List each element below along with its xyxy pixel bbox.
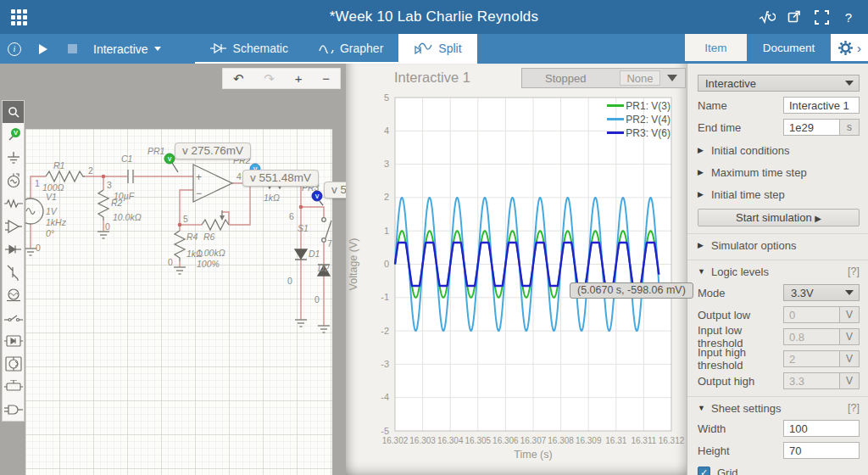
input-high-threshold-row: Input high threshold V bbox=[698, 350, 860, 367]
svg-text:100%: 100% bbox=[197, 259, 220, 269]
svg-text:0: 0 bbox=[287, 276, 292, 286]
help-link[interactable]: [?] bbox=[848, 402, 860, 414]
legend-line-icon bbox=[607, 104, 624, 107]
y-axis-label: Voltage (V) bbox=[348, 238, 359, 291]
sheet-height-field[interactable] bbox=[783, 442, 860, 459]
fullscreen-icon[interactable] bbox=[810, 6, 832, 28]
interactive-type-select[interactable]: Interactive bbox=[698, 75, 860, 92]
help-button[interactable]: ? bbox=[837, 6, 860, 28]
section-simulator-options[interactable]: ▶ Simulator options bbox=[698, 238, 860, 253]
tab-split[interactable]: Split bbox=[398, 34, 476, 62]
x-tick-label: 16.309 bbox=[576, 436, 602, 445]
section-initial-time-step[interactable]: ▶ Initial time step bbox=[698, 187, 860, 202]
section-initial-conditions[interactable]: ▶ Initial conditions bbox=[698, 142, 860, 158]
waveform-plot[interactable]: 16.30216.30316.30416.30516.30616.30716.3… bbox=[346, 89, 687, 472]
resistor-icon bbox=[4, 198, 23, 209]
section-sheet-settings[interactable]: ▼ Sheet settings [?] bbox=[698, 400, 860, 416]
grid-label: Grid bbox=[717, 467, 738, 475]
resistor-R4 bbox=[175, 231, 185, 261]
divider bbox=[687, 396, 868, 397]
component-search-button[interactable] bbox=[3, 101, 24, 123]
tool-power-source[interactable] bbox=[3, 169, 24, 192]
mode-row: Mode 3.3V bbox=[698, 284, 860, 301]
tool-switch[interactable] bbox=[3, 306, 24, 329]
tool-logic-gate[interactable] bbox=[3, 398, 24, 421]
settings-button[interactable]: › bbox=[831, 34, 868, 61]
chevron-down-icon[interactable] bbox=[667, 75, 677, 81]
transistor-icon bbox=[6, 264, 21, 281]
zoom-in-button[interactable]: + bbox=[295, 72, 303, 85]
tool-opamp[interactable] bbox=[3, 215, 24, 238]
mode-select[interactable]: 3.3V bbox=[783, 284, 860, 301]
tool-diode[interactable] bbox=[3, 238, 24, 260]
name-field[interactable] bbox=[783, 97, 860, 114]
graph-title: Interactive 1 bbox=[394, 70, 470, 86]
zoom-out-button[interactable]: − bbox=[322, 72, 330, 85]
tool-ground[interactable] bbox=[3, 146, 24, 169]
svg-text:V1: V1 bbox=[46, 192, 57, 202]
svg-text:1V: 1V bbox=[46, 206, 58, 216]
app-menu-button[interactable] bbox=[0, 0, 37, 34]
svg-text:V: V bbox=[315, 193, 320, 199]
sheet-height-row: Height bbox=[698, 442, 860, 459]
x-tick-label: 16.312 bbox=[659, 436, 685, 445]
grapher-tab-icon bbox=[319, 43, 334, 53]
svg-text:5: 5 bbox=[183, 214, 188, 224]
tool-resistor[interactable] bbox=[3, 192, 24, 215]
grid-checkbox[interactable]: ✓ bbox=[698, 467, 710, 475]
play-icon bbox=[39, 44, 47, 54]
tab-schematic[interactable]: Schematic bbox=[195, 34, 303, 62]
grid-checkbox-row: ✓ Grid bbox=[698, 466, 860, 475]
x-tick-label: 16.302 bbox=[382, 436, 409, 445]
signal-select[interactable]: None bbox=[620, 70, 660, 86]
svg-text:1.00kΩ: 1.00kΩ bbox=[197, 248, 225, 258]
svg-text:1: 1 bbox=[35, 178, 40, 188]
probe-value-PR1[interactable]: v 275.76mV bbox=[175, 142, 251, 159]
simulation-type-select[interactable]: Interactive bbox=[86, 42, 173, 56]
sheet-width-field[interactable] bbox=[783, 420, 860, 437]
svg-text:R1: R1 bbox=[53, 160, 64, 170]
tool-rectifier[interactable] bbox=[3, 329, 24, 352]
probe-value-PR3[interactable]: v 5 bbox=[324, 182, 346, 198]
svg-text:C1: C1 bbox=[121, 154, 132, 164]
x-tick-label: 16.304 bbox=[437, 436, 464, 445]
stop-button[interactable] bbox=[58, 34, 86, 64]
logic-gate-icon bbox=[4, 404, 23, 416]
x-tick-label: 16.305 bbox=[465, 436, 492, 445]
export-icon[interactable] bbox=[783, 6, 805, 28]
schematic-canvas[interactable]: V V V bbox=[25, 129, 332, 475]
grapher-pane: Interactive 1 Stopped None 16.30216.3031… bbox=[346, 64, 687, 475]
tool-controlled-source[interactable] bbox=[3, 352, 24, 375]
undo-button[interactable]: ↶ bbox=[233, 72, 244, 85]
tab-grapher[interactable]: Grapher bbox=[303, 34, 398, 62]
section-maximum-time-step[interactable]: ▶ Maximum time step bbox=[698, 165, 860, 180]
tool-relay[interactable] bbox=[3, 375, 24, 398]
redo-button[interactable]: ↷ bbox=[264, 72, 275, 85]
section-logic-levels[interactable]: ▼ Logic levels [?] bbox=[698, 264, 860, 279]
mode-label: Mode bbox=[698, 287, 783, 299]
stop-icon bbox=[68, 44, 77, 53]
opamp-icon bbox=[5, 220, 22, 233]
tool-voltage-probe[interactable]: V bbox=[3, 123, 24, 146]
end-time-field[interactable] bbox=[783, 119, 839, 136]
svg-text:0: 0 bbox=[105, 221, 110, 232]
convergence-icon[interactable] bbox=[756, 6, 778, 28]
tab-item[interactable]: Item bbox=[685, 34, 747, 61]
info-button[interactable]: i bbox=[0, 34, 29, 64]
probe-value-PR2[interactable]: v 551.48mV bbox=[242, 170, 319, 187]
tool-transistor[interactable] bbox=[3, 260, 24, 283]
disclosure-triangle-icon: ▶ bbox=[698, 241, 711, 249]
circuit-wires[interactable] bbox=[31, 176, 324, 326]
svg-text:3: 3 bbox=[107, 180, 112, 190]
help-link[interactable]: [?] bbox=[848, 265, 860, 277]
split-tab-icon bbox=[414, 42, 432, 54]
tool-lamp[interactable] bbox=[3, 283, 24, 306]
document-inspector: Interactive Name End time s ▶ Initial co… bbox=[687, 64, 868, 475]
run-button[interactable] bbox=[29, 34, 58, 64]
x-tick-label: 16.306 bbox=[492, 436, 519, 445]
start-simulation-button[interactable]: Start simulation ▶ bbox=[698, 209, 860, 226]
divider bbox=[687, 233, 868, 234]
search-icon bbox=[8, 106, 19, 118]
output-high-field bbox=[783, 372, 839, 389]
tab-document[interactable]: Document bbox=[747, 34, 831, 61]
